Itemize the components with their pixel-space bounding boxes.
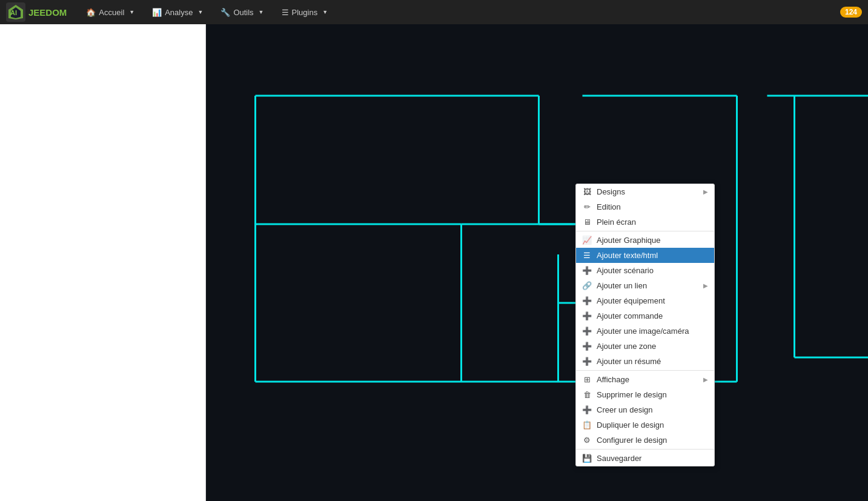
ctx-plein-ecran[interactable]: 🖥 Plein écran xyxy=(576,214,714,230)
sidebar xyxy=(0,24,206,501)
separator-1 xyxy=(576,231,714,231)
ctx-ajouter-lien[interactable]: 🔗 Ajouter un lien ▶ xyxy=(576,278,714,293)
ctx-configurer-design[interactable]: ⚙ Configurer le design xyxy=(576,433,714,448)
chart-icon: 📈 xyxy=(582,236,592,245)
ctx-creer-design[interactable]: ➕ Creer un design xyxy=(576,402,714,417)
separator-2 xyxy=(576,370,714,371)
separator-3 xyxy=(576,449,714,450)
ctx-affichage[interactable]: ⊞ Affichage ▶ xyxy=(576,372,714,387)
caret-icon-analyse: ▼ xyxy=(197,9,203,15)
plus-circle-icon-resume: ➕ xyxy=(582,357,592,366)
ctx-sauvegarder[interactable]: 💾 Sauvegarder xyxy=(576,451,714,466)
ctx-ajouter-resume[interactable]: ➕ Ajouter un résumé xyxy=(576,354,714,369)
nav-accueil[interactable]: 🏠 Accueil ▼ xyxy=(79,4,142,21)
main-container: 🖼 Designs ▶ ✏ Edition 🖥 Plein écran 📈 Aj… xyxy=(0,24,868,501)
context-menu: 🖼 Designs ▶ ✏ Edition 🖥 Plein écran 📈 Aj… xyxy=(575,184,715,466)
ctx-ajouter-graphique[interactable]: 📈 Ajouter Graphique xyxy=(576,233,714,248)
analyse-icon: 📊 xyxy=(152,8,162,17)
plus-circle-icon-img: ➕ xyxy=(582,327,592,336)
plus-circle-icon-zone: ➕ xyxy=(582,342,592,351)
floorplan-svg xyxy=(206,24,868,501)
ctx-ajouter-commande[interactable]: ➕ Ajouter commande xyxy=(576,308,714,323)
arrow-icon-affichage: ▶ xyxy=(703,376,708,383)
ctx-ajouter-image[interactable]: ➕ Ajouter une image/caméra xyxy=(576,323,714,339)
menu-icon: ☰ xyxy=(582,251,592,260)
arrow-icon: ▶ xyxy=(703,188,708,195)
nav-outils[interactable]: 🔧 Outils ▼ xyxy=(213,4,271,21)
nav-analyse[interactable]: 📊 Analyse ▼ xyxy=(145,4,210,21)
monitor-icon: 🖥 xyxy=(582,217,592,227)
plugins-icon: ☰ xyxy=(282,8,289,17)
caret-icon-plugins: ▼ xyxy=(322,9,328,15)
ctx-dupliquer-design[interactable]: 📋 Dupliquer le design xyxy=(576,417,714,433)
copy-icon: 📋 xyxy=(582,420,592,430)
svg-text:AI: AI xyxy=(10,9,17,16)
brand-name: JEEDOM xyxy=(28,7,67,18)
navbar: AI JEEDOM 🏠 Accueil ▼ 📊 Analyse ▼ 🔧 Outi… xyxy=(0,0,868,24)
ctx-ajouter-equipement[interactable]: ➕ Ajouter équipement xyxy=(576,293,714,308)
plus-circle-icon-cmd: ➕ xyxy=(582,311,592,320)
brand-logo[interactable]: AI JEEDOM xyxy=(6,2,67,22)
save-icon: 💾 xyxy=(582,454,592,463)
pencil-icon: ✏ xyxy=(582,202,592,211)
grid-icon: ⊞ xyxy=(582,375,592,384)
gear-icon: ⚙ xyxy=(582,436,592,445)
caret-icon-outils: ▼ xyxy=(259,9,264,15)
plus-circle-icon-equip: ➕ xyxy=(582,296,592,305)
trash-icon: 🗑 xyxy=(582,390,592,399)
home-icon: 🏠 xyxy=(86,8,96,17)
canvas-area[interactable]: 🖼 Designs ▶ ✏ Edition 🖥 Plein écran 📈 Aj… xyxy=(206,24,868,501)
image-icon: 🖼 xyxy=(582,187,592,196)
plus-circle-icon-creer: ➕ xyxy=(582,405,592,414)
ctx-edition[interactable]: ✏ Edition xyxy=(576,199,714,214)
nav-plugins[interactable]: ☰ Plugins ▼ xyxy=(274,4,336,21)
notification-badge[interactable]: 124 xyxy=(840,7,862,18)
ctx-ajouter-texte[interactable]: ☰ Ajouter texte/html xyxy=(576,248,714,263)
ctx-ajouter-scenario[interactable]: ➕ Ajouter scénario xyxy=(576,263,714,278)
arrow-icon-lien: ▶ xyxy=(703,282,708,289)
ctx-ajouter-zone[interactable]: ➕ Ajouter une zone xyxy=(576,339,714,354)
outils-icon: 🔧 xyxy=(220,8,230,17)
caret-icon: ▼ xyxy=(129,9,134,15)
ctx-supprimer-design[interactable]: 🗑 Supprimer le design xyxy=(576,387,714,402)
link-icon: 🔗 xyxy=(582,281,592,290)
plus-circle-icon: ➕ xyxy=(582,266,592,275)
ctx-designs[interactable]: 🖼 Designs ▶ xyxy=(576,184,714,199)
